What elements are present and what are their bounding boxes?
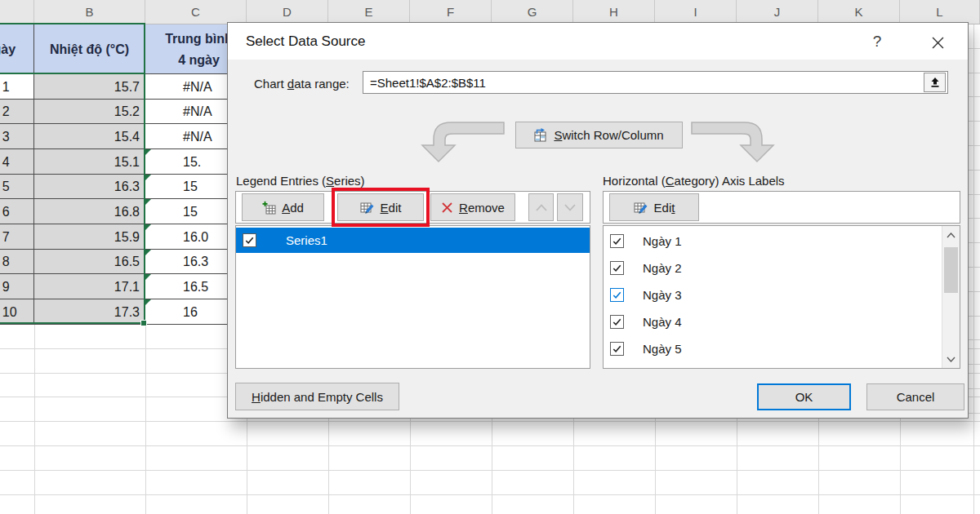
checkmark-icon	[611, 316, 623, 328]
fill-handle[interactable]	[140, 320, 147, 326]
cell-day[interactable]: Ngày 5	[0, 175, 34, 199]
axis-item-label: Ngày 4	[643, 308, 682, 335]
axis-item-label: Ngày 1	[643, 228, 682, 255]
column-header-g[interactable]: G	[492, 0, 573, 24]
cell-temp[interactable]: 15.2	[34, 100, 145, 124]
selection-border-header-top	[0, 23, 145, 24]
cell-temp[interactable]: 17.1	[34, 274, 145, 299]
switch-row-column-label: Switch Row/Column	[554, 128, 663, 142]
axis-item-label: Ngày 5	[643, 335, 682, 362]
cell-temp[interactable]: 15.1	[34, 149, 145, 175]
edit-series-button[interactable]: Edit	[337, 193, 424, 221]
table-row: Ngày 8 16.5 16.3	[0, 250, 253, 274]
axis-list-item[interactable]: Ngày 3	[604, 281, 938, 308]
cell-header-temp[interactable]: Nhiệt độ (°C)	[34, 24, 145, 74]
table-row: Ngày 6 16.8 15	[0, 199, 253, 224]
cell-temp[interactable]: 16.3	[34, 175, 145, 199]
hidden-and-empty-cells-button[interactable]: Hidden and Empty Cells	[235, 383, 399, 410]
cell-day[interactable]: Ngày 6	[0, 199, 34, 224]
collapse-dialog-button[interactable]	[924, 73, 946, 92]
cell-temp[interactable]: 15.7	[34, 74, 145, 100]
axis-edit-label: Edit	[654, 201, 675, 215]
table-row: Ngày 9 17.1 16.5	[0, 274, 253, 299]
table-row: Ngày 7 15.9 16.0	[0, 224, 253, 250]
chart-data-range-label: Chart data range:	[254, 77, 350, 91]
column-header-e[interactable]: E	[328, 0, 410, 24]
edit-axis-labels-button[interactable]: Edit	[609, 193, 699, 221]
axis-item-label: Ngày 3	[643, 281, 682, 308]
cell-day[interactable]: Ngày 3	[0, 124, 34, 149]
column-header-c[interactable]: C	[145, 0, 247, 24]
series-checkbox[interactable]	[243, 233, 256, 247]
axis-list-item[interactable]: Ngày 5	[604, 335, 938, 362]
chevron-down-icon	[947, 357, 956, 362]
scrollbar-up-button[interactable]	[942, 226, 960, 244]
column-header-i[interactable]: I	[655, 0, 737, 24]
axis-list-scrollbar[interactable]	[942, 226, 960, 368]
cell-temp[interactable]: 17.3	[34, 299, 145, 325]
remove-series-button[interactable]: Remove	[430, 193, 515, 221]
hidden-cells-label: Hidden and Empty Cells	[252, 390, 383, 404]
scrollbar-thumb[interactable]	[944, 247, 958, 293]
table-row: Ngày 5 16.3 15	[0, 175, 253, 199]
axis-item-checkbox[interactable]	[610, 234, 624, 248]
cell-temp[interactable]: 15.9	[34, 224, 145, 250]
move-series-down-button[interactable]	[557, 193, 583, 221]
switch-row-column-icon	[534, 128, 548, 142]
add-label: Add	[282, 201, 304, 215]
cell-day[interactable]: Ngày 1	[0, 74, 34, 100]
close-button[interactable]	[920, 23, 955, 60]
axis-item-checkbox[interactable]	[610, 315, 624, 329]
add-icon	[262, 201, 276, 215]
move-series-up-button[interactable]	[528, 193, 554, 221]
column-header-h[interactable]: H	[573, 0, 655, 24]
error-indicator-triangle	[145, 299, 151, 305]
cell-day[interactable]: Ngày 4	[0, 149, 34, 175]
column-header-f[interactable]: F	[410, 0, 492, 24]
series-name: Series1	[286, 228, 327, 253]
series-list-item[interactable]: Series1	[236, 228, 590, 253]
axis-list-item[interactable]: Ngày 2	[604, 255, 938, 281]
axis-item-checkbox[interactable]	[610, 261, 624, 275]
error-indicator-triangle	[145, 250, 151, 255]
gridlines-horizontal-right	[969, 24, 980, 419]
column-header-b[interactable]: B	[34, 0, 145, 24]
axis-item-label: Ngày 2	[643, 255, 682, 281]
column-header-row: B C D E F G H I J K L	[0, 0, 980, 24]
selection-border-top	[0, 73, 145, 74]
column-header-j[interactable]: J	[737, 0, 818, 24]
cell-day[interactable]: Ngày 10	[0, 299, 34, 325]
error-indicator-triangle	[145, 224, 151, 230]
cell-day[interactable]: Ngày 2	[0, 100, 34, 124]
cell-day[interactable]: Ngày 8	[0, 250, 34, 274]
column-header-l[interactable]: L	[900, 0, 980, 24]
add-series-button[interactable]: Add	[242, 193, 324, 221]
legend-series-list: Series1	[235, 225, 590, 369]
edit-icon	[634, 201, 648, 215]
axis-item-checkbox[interactable]	[610, 288, 624, 302]
cell-header-day[interactable]: Ngày	[0, 24, 34, 74]
column-header-d[interactable]: D	[247, 0, 328, 24]
collapse-range-icon	[929, 77, 941, 88]
ok-button[interactable]: OK	[757, 383, 851, 410]
cell-temp[interactable]: 15.4	[34, 124, 145, 149]
checkmark-icon	[243, 234, 256, 246]
cell-day[interactable]: Ngày 9	[0, 274, 34, 299]
axis-list-item[interactable]: Ngày 1	[604, 228, 938, 255]
scrollbar-down-button[interactable]	[942, 350, 960, 368]
data-table: Ngày Nhiệt độ (°C) Trung bình 4 ngày Ngà…	[0, 24, 253, 325]
help-button[interactable]: ?	[860, 23, 894, 60]
cell-temp[interactable]: 16.8	[34, 199, 145, 224]
chevron-up-icon	[536, 204, 547, 211]
cell-temp[interactable]: 16.5	[34, 250, 145, 274]
checkmark-icon	[611, 343, 623, 355]
cell-day[interactable]: Ngày 7	[0, 224, 34, 250]
column-header-a[interactable]	[0, 0, 34, 24]
chevron-down-icon	[564, 204, 576, 211]
chart-data-range-input[interactable]	[363, 71, 948, 94]
axis-list-item[interactable]: Ngày 4	[604, 308, 938, 335]
switch-row-column-button[interactable]: Switch Row/Column	[515, 122, 683, 148]
column-header-k[interactable]: K	[818, 0, 900, 24]
axis-item-checkbox[interactable]	[610, 342, 624, 356]
cancel-button[interactable]: Cancel	[866, 383, 964, 410]
